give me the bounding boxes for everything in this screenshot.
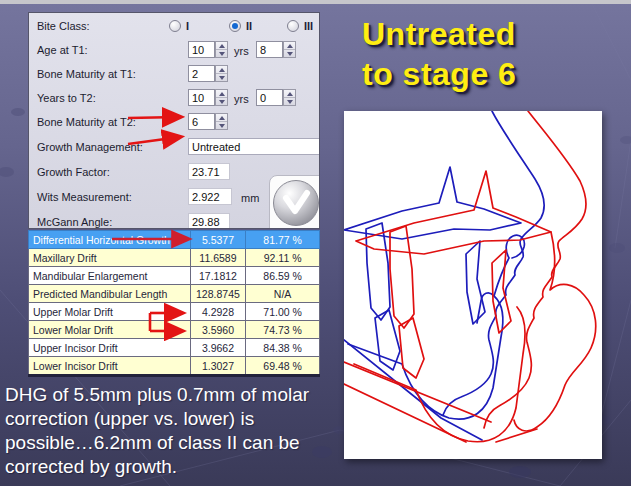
bone-t2-spinner[interactable]	[215, 113, 228, 130]
row-value: 128.8745	[190, 285, 246, 303]
growth-mgmt-field[interactable]: Untreated	[188, 138, 320, 155]
slide-title-line1: Untreated	[362, 14, 624, 54]
bite-class-radio-2[interactable]	[229, 20, 241, 32]
row-percent: 86.59 %	[246, 267, 320, 285]
age-t1-years-spinner[interactable]	[215, 41, 228, 58]
row-value: 1.3027	[190, 357, 246, 376]
row-value: 5.5377	[190, 231, 246, 249]
row-percent: 81.77 %	[246, 231, 320, 249]
bite-class-label: Bite Class:	[37, 20, 90, 32]
age-t1-months-field[interactable]: 8	[256, 41, 283, 58]
bone-t1-spinner[interactable]	[215, 65, 228, 82]
apply-button[interactable]	[273, 180, 319, 226]
row-percent: 69.48 %	[246, 357, 320, 376]
bite-class-radio-1-label: I	[186, 20, 189, 32]
slide-title-line2: to stage 6	[362, 54, 624, 94]
caption-text: DHG of 5.5mm plus 0.7mm of molar correct…	[5, 383, 339, 479]
row-label: Upper Incisor Drift	[29, 339, 191, 357]
table-row[interactable]: Mandibular Enlargement 17.1812 86.59 %	[29, 267, 320, 285]
years-t2-years-spinner[interactable]	[215, 89, 228, 106]
row-percent: 84.38 %	[246, 339, 320, 357]
table-row[interactable]: Predicted Mandibular Length 128.8745 N/A	[29, 285, 320, 303]
bone-t2-field[interactable]: 6	[188, 113, 215, 130]
row-value: 17.1812	[190, 267, 246, 285]
years-t2-months-spinner[interactable]	[283, 89, 296, 106]
mcgann-label: McGann Angle:	[37, 216, 112, 228]
ceph-tracing-canvas	[344, 111, 602, 459]
row-label: Upper Molar Drift	[29, 303, 191, 321]
table-row[interactable]: Upper Incisor Drift 3.9662 84.38 %	[29, 339, 320, 357]
caption-line: correction (upper vs. lower) is	[5, 407, 339, 431]
age-t1-months-spinner[interactable]	[283, 41, 296, 58]
bite-class-radio-2-label: II	[246, 20, 252, 32]
table-row[interactable]: Maxillary Drift 11.6589 92.11 %	[29, 249, 320, 267]
bone-t2-label: Bone Maturity at T2:	[37, 116, 136, 128]
caption-line: DHG of 5.5mm plus 0.7mm of molar	[5, 383, 339, 407]
row-label: Differential Horizontal Growth	[29, 231, 191, 249]
row-value: 11.6589	[190, 249, 246, 267]
years-t2-years-field[interactable]: 10	[188, 89, 215, 106]
slide: { "title": { "line1": "Untreated", "line…	[0, 0, 631, 486]
growth-factor-value: 23.71	[188, 163, 230, 180]
years-t2-yrs-unit: yrs	[234, 93, 249, 105]
window-top-edge	[0, 0, 631, 4]
age-t1-years-field[interactable]: 10	[188, 41, 215, 58]
wits-unit: mm	[241, 192, 259, 204]
row-label: Lower Incisor Drift	[29, 357, 191, 376]
row-value: 4.2928	[190, 303, 246, 321]
slide-title: Untreated to stage 6	[362, 14, 624, 94]
table-row[interactable]: Upper Molar Drift 4.2928 71.00 %	[29, 303, 320, 321]
commit-panel	[269, 175, 320, 229]
bite-class-radio-3-label: III	[304, 20, 313, 32]
mcgann-value: 29.88	[188, 213, 230, 229]
caption-line: possible…6.2mm of class II can be	[5, 431, 339, 455]
bone-t1-field[interactable]: 2	[188, 65, 215, 82]
row-label: Lower Molar Drift	[29, 321, 191, 339]
table-row[interactable]: Differential Horizontal Growth 5.5377 81…	[29, 231, 320, 249]
growth-results-table: Differential Horizontal Growth 5.5377 81…	[28, 230, 320, 377]
table-row[interactable]: Lower Molar Drift 3.5960 74.73 %	[29, 321, 320, 339]
row-label: Maxillary Drift	[29, 249, 191, 267]
ceph-tracing-image	[344, 111, 602, 459]
table-row[interactable]: Lower Incisor Drift 1.3027 69.48 %	[29, 357, 320, 376]
row-percent: 74.73 %	[246, 321, 320, 339]
years-t2-months-field[interactable]: 0	[256, 89, 283, 106]
growth-mgmt-label: Growth Management:	[37, 141, 143, 153]
wits-value: 2.922	[188, 188, 232, 205]
caption-line: corrected by growth.	[5, 455, 339, 479]
age-t1-label: Age at T1:	[37, 44, 88, 56]
bite-class-radio-3[interactable]	[287, 20, 299, 32]
row-percent: N/A	[246, 285, 320, 303]
row-percent: 71.00 %	[246, 303, 320, 321]
bone-t1-label: Bone Maturity at T1:	[37, 68, 136, 80]
wits-label: Wits Measurement:	[37, 191, 132, 203]
row-value: 3.9662	[190, 339, 246, 357]
row-label: Predicted Mandibular Length	[29, 285, 191, 303]
age-t1-yrs-unit: yrs	[234, 45, 249, 57]
row-value: 3.5960	[190, 321, 246, 339]
row-label: Mandibular Enlargement	[29, 267, 191, 285]
bite-class-radio-1[interactable]	[169, 20, 181, 32]
tracing-blue	[344, 111, 544, 440]
growth-parameters-panel: Bite Class: I II III Age at T1: 10 yrs 8…	[28, 12, 320, 229]
row-percent: 92.11 %	[246, 249, 320, 267]
years-t2-label: Years to T2:	[37, 92, 96, 104]
growth-factor-label: Growth Factor:	[37, 166, 110, 178]
checkmark-icon	[274, 181, 318, 225]
